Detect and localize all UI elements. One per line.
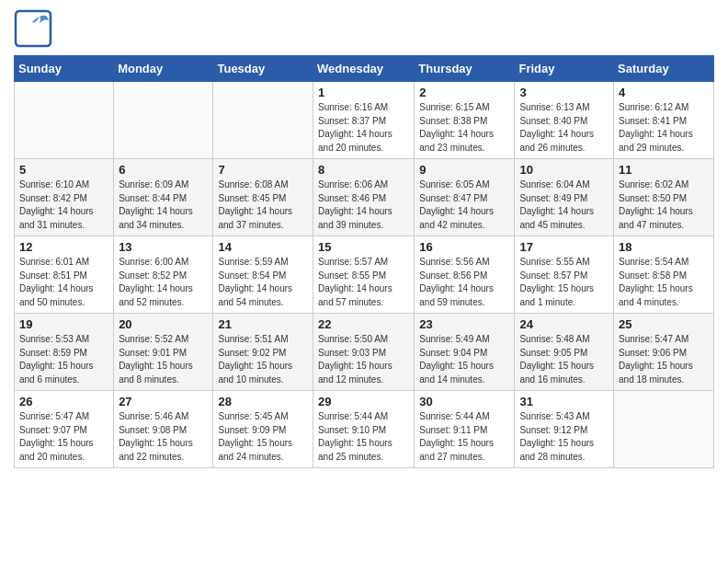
day-info: Sunrise: 5:49 AMSunset: 9:04 PMDaylight:… bbox=[419, 333, 509, 386]
day-info: Sunrise: 5:53 AMSunset: 8:59 PMDaylight:… bbox=[19, 333, 108, 386]
day-info: Sunrise: 6:12 AMSunset: 8:41 PMDaylight:… bbox=[619, 101, 709, 155]
day-info: Sunrise: 6:15 AMSunset: 8:38 PMDaylight:… bbox=[419, 101, 509, 155]
day-info: Sunrise: 5:44 AMSunset: 9:10 PMDaylight:… bbox=[318, 410, 409, 464]
day-number: 20 bbox=[119, 317, 208, 331]
calendar-cell: 14Sunrise: 5:59 AMSunset: 8:54 PMDayligh… bbox=[213, 236, 313, 314]
weekday-header-saturday: Saturday bbox=[614, 56, 714, 82]
calendar-cell: 30Sunrise: 5:44 AMSunset: 9:11 PMDayligh… bbox=[415, 391, 515, 468]
calendar-cell: 23Sunrise: 5:49 AMSunset: 9:04 PMDayligh… bbox=[415, 314, 515, 391]
day-number: 14 bbox=[218, 240, 308, 254]
calendar-cell: 16Sunrise: 5:56 AMSunset: 8:56 PMDayligh… bbox=[415, 236, 515, 314]
day-info: Sunrise: 6:01 AMSunset: 8:51 PMDaylight:… bbox=[19, 256, 108, 309]
calendar-cell bbox=[213, 82, 313, 159]
calendar-cell: 25Sunrise: 5:47 AMSunset: 9:06 PMDayligh… bbox=[614, 314, 714, 391]
day-number: 7 bbox=[218, 163, 308, 177]
calendar-cell: 12Sunrise: 6:01 AMSunset: 8:51 PMDayligh… bbox=[15, 236, 114, 314]
weekday-header-tuesday: Tuesday bbox=[213, 56, 313, 82]
calendar-cell: 5Sunrise: 6:10 AMSunset: 8:42 PMDaylight… bbox=[15, 159, 114, 236]
day-info: Sunrise: 5:46 AMSunset: 9:08 PMDaylight:… bbox=[119, 410, 208, 464]
calendar-cell: 7Sunrise: 6:08 AMSunset: 8:45 PMDaylight… bbox=[213, 159, 313, 236]
day-number: 17 bbox=[519, 240, 609, 254]
day-number: 11 bbox=[619, 163, 709, 177]
day-number: 16 bbox=[419, 240, 509, 254]
calendar-cell: 24Sunrise: 5:48 AMSunset: 9:05 PMDayligh… bbox=[515, 314, 614, 391]
day-number: 5 bbox=[19, 163, 108, 177]
day-info: Sunrise: 5:44 AMSunset: 9:11 PMDaylight:… bbox=[419, 410, 509, 464]
day-number: 23 bbox=[419, 317, 509, 331]
day-number: 4 bbox=[619, 86, 709, 99]
day-info: Sunrise: 5:52 AMSunset: 9:01 PMDaylight:… bbox=[119, 333, 208, 386]
calendar-cell bbox=[15, 82, 114, 159]
calendar-cell: 17Sunrise: 5:55 AMSunset: 8:57 PMDayligh… bbox=[515, 236, 614, 314]
calendar-cell: 9Sunrise: 6:05 AMSunset: 8:47 PMDaylight… bbox=[415, 159, 515, 236]
calendar-cell: 6Sunrise: 6:09 AMSunset: 8:44 PMDaylight… bbox=[114, 159, 213, 236]
day-number: 30 bbox=[419, 395, 509, 408]
day-info: Sunrise: 6:02 AMSunset: 8:50 PMDaylight:… bbox=[619, 178, 709, 232]
calendar-cell bbox=[114, 82, 213, 159]
calendar-cell bbox=[614, 391, 714, 468]
day-info: Sunrise: 5:45 AMSunset: 9:09 PMDaylight:… bbox=[218, 410, 308, 464]
day-info: Sunrise: 6:00 AMSunset: 8:52 PMDaylight:… bbox=[119, 256, 208, 309]
day-info: Sunrise: 5:47 AMSunset: 9:07 PMDaylight:… bbox=[19, 410, 108, 464]
day-info: Sunrise: 5:47 AMSunset: 9:06 PMDaylight:… bbox=[619, 333, 709, 386]
calendar-body: 1Sunrise: 6:16 AMSunset: 8:37 PMDaylight… bbox=[15, 82, 714, 468]
calendar-cell: 28Sunrise: 5:45 AMSunset: 9:09 PMDayligh… bbox=[213, 391, 313, 468]
week-row-2: 5Sunrise: 6:10 AMSunset: 8:42 PMDaylight… bbox=[15, 159, 714, 236]
day-number: 1 bbox=[318, 86, 409, 99]
calendar-cell: 15Sunrise: 5:57 AMSunset: 8:55 PMDayligh… bbox=[313, 236, 415, 314]
day-info: Sunrise: 5:48 AMSunset: 9:05 PMDaylight:… bbox=[519, 333, 609, 386]
day-number: 15 bbox=[318, 240, 409, 254]
logo-icon bbox=[14, 9, 52, 48]
calendar-cell: 10Sunrise: 6:04 AMSunset: 8:49 PMDayligh… bbox=[515, 159, 614, 236]
calendar-cell: 31Sunrise: 5:43 AMSunset: 9:12 PMDayligh… bbox=[515, 391, 614, 468]
page-header bbox=[14, 9, 714, 48]
calendar-cell: 11Sunrise: 6:02 AMSunset: 8:50 PMDayligh… bbox=[614, 159, 714, 236]
day-number: 10 bbox=[519, 163, 609, 177]
week-row-1: 1Sunrise: 6:16 AMSunset: 8:37 PMDaylight… bbox=[15, 82, 714, 159]
day-number: 19 bbox=[19, 317, 108, 331]
day-number: 27 bbox=[119, 395, 208, 408]
day-info: Sunrise: 6:13 AMSunset: 8:40 PMDaylight:… bbox=[519, 101, 609, 155]
calendar-cell: 3Sunrise: 6:13 AMSunset: 8:40 PMDaylight… bbox=[515, 82, 614, 159]
weekday-header-row: SundayMondayTuesdayWednesdayThursdayFrid… bbox=[15, 56, 714, 82]
day-number: 21 bbox=[218, 317, 308, 331]
day-number: 28 bbox=[218, 395, 308, 408]
calendar-cell: 19Sunrise: 5:53 AMSunset: 8:59 PMDayligh… bbox=[15, 314, 114, 391]
day-info: Sunrise: 5:56 AMSunset: 8:56 PMDaylight:… bbox=[419, 256, 509, 309]
day-number: 26 bbox=[19, 395, 108, 408]
week-row-4: 19Sunrise: 5:53 AMSunset: 8:59 PMDayligh… bbox=[15, 314, 714, 391]
day-info: Sunrise: 6:05 AMSunset: 8:47 PMDaylight:… bbox=[419, 178, 509, 232]
weekday-header-monday: Monday bbox=[114, 56, 213, 82]
week-row-3: 12Sunrise: 6:01 AMSunset: 8:51 PMDayligh… bbox=[15, 236, 714, 314]
day-number: 25 bbox=[619, 317, 709, 331]
day-info: Sunrise: 5:59 AMSunset: 8:54 PMDaylight:… bbox=[218, 256, 308, 309]
calendar-cell: 29Sunrise: 5:44 AMSunset: 9:10 PMDayligh… bbox=[313, 391, 415, 468]
weekday-header-sunday: Sunday bbox=[15, 56, 114, 82]
weekday-header-friday: Friday bbox=[515, 56, 614, 82]
day-number: 12 bbox=[19, 240, 108, 254]
calendar-cell: 22Sunrise: 5:50 AMSunset: 9:03 PMDayligh… bbox=[313, 314, 415, 391]
calendar-cell: 4Sunrise: 6:12 AMSunset: 8:41 PMDaylight… bbox=[614, 82, 714, 159]
day-number: 18 bbox=[619, 240, 709, 254]
day-number: 13 bbox=[119, 240, 208, 254]
day-number: 22 bbox=[318, 317, 409, 331]
calendar-cell: 21Sunrise: 5:51 AMSunset: 9:02 PMDayligh… bbox=[213, 314, 313, 391]
day-info: Sunrise: 6:08 AMSunset: 8:45 PMDaylight:… bbox=[218, 178, 308, 232]
day-info: Sunrise: 5:55 AMSunset: 8:57 PMDaylight:… bbox=[519, 256, 609, 309]
day-number: 24 bbox=[519, 317, 609, 331]
calendar-table: SundayMondayTuesdayWednesdayThursdayFrid… bbox=[14, 55, 714, 468]
day-number: 9 bbox=[419, 163, 509, 177]
day-number: 8 bbox=[318, 163, 409, 177]
day-number: 3 bbox=[519, 86, 609, 99]
day-info: Sunrise: 6:16 AMSunset: 8:37 PMDaylight:… bbox=[318, 101, 409, 155]
day-info: Sunrise: 6:06 AMSunset: 8:46 PMDaylight:… bbox=[318, 178, 409, 232]
calendar-cell: 8Sunrise: 6:06 AMSunset: 8:46 PMDaylight… bbox=[313, 159, 415, 236]
day-info: Sunrise: 5:54 AMSunset: 8:58 PMDaylight:… bbox=[619, 256, 709, 309]
day-number: 2 bbox=[419, 86, 509, 99]
calendar-cell: 1Sunrise: 6:16 AMSunset: 8:37 PMDaylight… bbox=[313, 82, 415, 159]
logo bbox=[14, 9, 56, 48]
day-info: Sunrise: 5:51 AMSunset: 9:02 PMDaylight:… bbox=[218, 333, 308, 386]
week-row-5: 26Sunrise: 5:47 AMSunset: 9:07 PMDayligh… bbox=[15, 391, 714, 468]
day-info: Sunrise: 6:10 AMSunset: 8:42 PMDaylight:… bbox=[19, 178, 108, 232]
weekday-header-thursday: Thursday bbox=[415, 56, 515, 82]
